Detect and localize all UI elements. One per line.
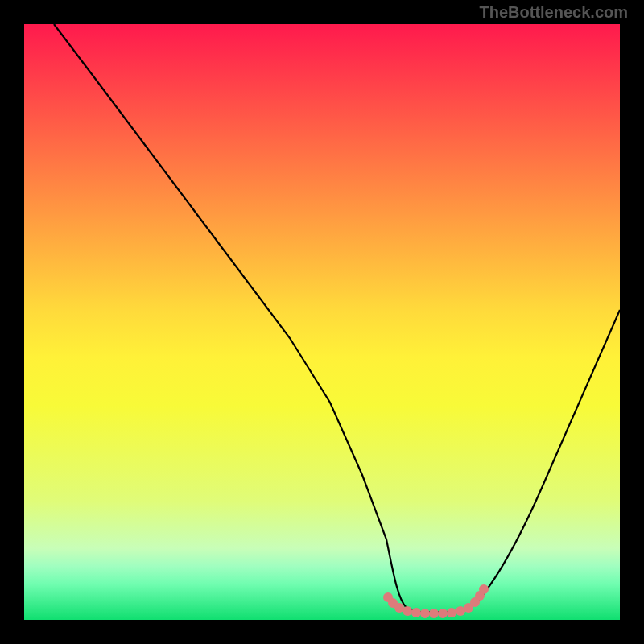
optimal-zone-markers — [383, 584, 489, 618]
svg-point-13 — [479, 584, 489, 594]
chart-plot-area — [24, 24, 620, 620]
svg-point-6 — [429, 609, 439, 618]
svg-point-7 — [438, 609, 448, 618]
curve-path — [54, 24, 620, 612]
svg-point-4 — [411, 608, 421, 617]
svg-point-3 — [402, 606, 412, 616]
svg-point-8 — [447, 608, 456, 617]
bottleneck-curve — [24, 24, 620, 620]
watermark-text: TheBottleneck.com — [480, 3, 628, 22]
svg-point-5 — [420, 609, 430, 618]
